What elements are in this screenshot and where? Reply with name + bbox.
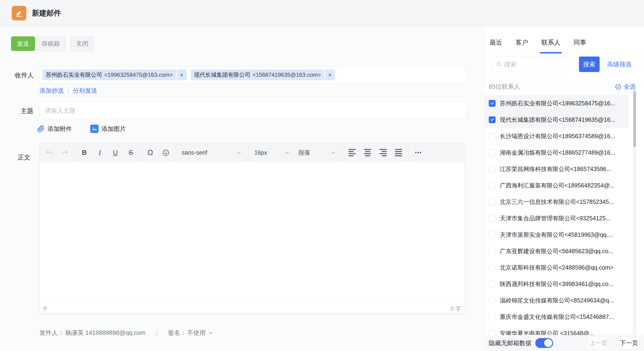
recipients-input[interactable]: 苏州皓石实业有限公司 <19963258475@163.com> × 现代长城集… bbox=[40, 66, 467, 83]
signature-value[interactable]: 不使用 bbox=[187, 329, 206, 337]
contact-checkbox[interactable] bbox=[489, 264, 496, 271]
contact-checkbox[interactable] bbox=[489, 281, 496, 287]
compose-main: 发送 存稿箱 关闭 收件人 苏州皓石实业有限公司 <19963258475@16… bbox=[0, 26, 484, 351]
special-char-button[interactable]: Ω bbox=[142, 146, 158, 160]
contact-checkbox[interactable] bbox=[489, 231, 496, 238]
prev-page-button[interactable]: 上一页 bbox=[587, 337, 610, 349]
contacts-panel: 最近 客户 联系人 同事 搜索 高级筛选 65位联系人 bbox=[484, 26, 644, 351]
signature-label: 签名： bbox=[168, 329, 186, 337]
chip-remove-button[interactable]: × bbox=[325, 69, 335, 80]
contact-label: 北京诺斯科技有限公司<2488596@qq.com> bbox=[500, 264, 614, 272]
save-draft-button[interactable]: 存稿箱 bbox=[36, 36, 66, 51]
contact-row[interactable]: 苏州皓石实业有限公司<19963258475@16... bbox=[484, 95, 628, 111]
font-family-dropdown[interactable]: sans-serif bbox=[178, 146, 246, 160]
subject-input[interactable] bbox=[45, 107, 462, 114]
contact-checkbox[interactable] bbox=[489, 166, 496, 172]
contact-row[interactable]: 广西海利汇服装有限公司<18956482354@... bbox=[484, 177, 628, 194]
contact-checkbox[interactable] bbox=[489, 133, 496, 140]
contact-checkbox[interactable] bbox=[489, 199, 496, 205]
contact-checkbox[interactable] bbox=[489, 297, 496, 304]
search-row: 搜索 高级筛选 bbox=[484, 56, 644, 72]
contact-row[interactable]: 天津市集合品牌管理有限公司<93254125... bbox=[484, 210, 628, 226]
font-group: sans-serif bbox=[176, 144, 248, 162]
paperclip-icon bbox=[37, 125, 44, 133]
contact-checkbox[interactable] bbox=[489, 149, 496, 156]
chevron-down-icon[interactable] bbox=[208, 330, 214, 336]
contact-checkbox[interactable] bbox=[489, 314, 496, 320]
chevron-down-icon bbox=[284, 150, 290, 156]
redo-icon[interactable] bbox=[57, 146, 72, 160]
add-cc-link[interactable]: 添加抄送 bbox=[40, 87, 64, 95]
contact-checkbox[interactable] bbox=[489, 330, 496, 335]
subject-field-box bbox=[40, 102, 467, 119]
paragraph-dropdown[interactable]: 段落 bbox=[294, 146, 340, 160]
strikethrough-button[interactable]: S bbox=[123, 146, 138, 160]
editor-toolbar: B I U S Ω bbox=[40, 144, 465, 162]
send-button[interactable]: 发送 bbox=[11, 36, 35, 51]
contact-row[interactable]: 陕西晟邦科技有限公司<39983461@qq.co... bbox=[484, 276, 628, 292]
contact-row[interactable]: 江苏荣昌网络科技有限公司<1865743596... bbox=[484, 161, 628, 177]
contact-row[interactable]: 长沙瑞恩设计有限公司<18956374589@16... bbox=[484, 128, 628, 144]
align-group bbox=[342, 144, 408, 162]
search-button[interactable]: 搜索 bbox=[579, 56, 600, 72]
subject-label: 主题 bbox=[21, 107, 33, 115]
add-image-button[interactable]: 添加图片 bbox=[90, 125, 126, 133]
hide-empty-toggle[interactable] bbox=[535, 338, 553, 348]
contact-row[interactable]: 广东亚辉建设有限公司<56485623@qq.co... bbox=[484, 243, 628, 259]
contact-checkbox[interactable] bbox=[489, 100, 496, 107]
contact-row[interactable]: 北京诺斯科技有限公司<2488596@qq.com> bbox=[484, 259, 628, 276]
tab-colleagues[interactable]: 同事 bbox=[572, 38, 587, 47]
contact-checkbox[interactable] bbox=[489, 182, 496, 189]
contact-row[interactable]: 温岭锦笙文化传媒有限公司<85249634@q... bbox=[484, 292, 628, 309]
next-page-button[interactable]: 下一页 bbox=[618, 337, 640, 349]
align-right-icon[interactable] bbox=[375, 146, 391, 160]
contact-checkbox[interactable] bbox=[489, 215, 496, 222]
recipients-label: 收件人 bbox=[15, 71, 34, 79]
contact-label: 天津市集合品牌管理有限公司<93254125... bbox=[500, 214, 611, 222]
advanced-filter-link[interactable]: 高级筛选 bbox=[607, 56, 632, 72]
recipient-chip: 苏州皓石实业有限公司 <19963258475@163.com> × bbox=[42, 69, 186, 80]
align-left-icon[interactable] bbox=[344, 146, 360, 160]
underline-button[interactable]: U bbox=[108, 146, 123, 160]
italic-button[interactable]: I bbox=[92, 146, 108, 160]
sender-value: 杨潇英 1419889898@qq.com bbox=[65, 329, 146, 337]
compose-pencil-icon bbox=[12, 6, 26, 20]
close-button[interactable]: 关闭 bbox=[70, 36, 94, 51]
font-size-dropdown[interactable]: 16px bbox=[250, 146, 294, 160]
search-input[interactable] bbox=[504, 61, 568, 68]
search-icon bbox=[496, 61, 502, 67]
undo-icon[interactable] bbox=[42, 146, 57, 160]
contact-row[interactable]: 湖南金属冶炼有限公司<18865277489@16... bbox=[484, 144, 628, 161]
contact-row[interactable]: 重庆市金盛文化传媒有限公司<154246887... bbox=[484, 309, 628, 325]
tab-customers[interactable]: 客户 bbox=[514, 38, 529, 47]
align-center-icon[interactable] bbox=[360, 146, 375, 160]
contact-row[interactable]: 安徽华夏光电有限公司 <315648@... bbox=[484, 325, 628, 335]
contact-row[interactable]: 现代长城集团有限公司<15687419635@16... bbox=[484, 111, 628, 128]
toggle-knob bbox=[544, 339, 552, 347]
add-attachment-button[interactable]: 添加附件 bbox=[37, 125, 72, 133]
window-header: 新建邮件 bbox=[0, 0, 644, 26]
select-all-button[interactable]: 全选 bbox=[615, 83, 636, 91]
editor-body[interactable] bbox=[40, 162, 465, 304]
contact-list: 苏州皓石实业有限公司<19963258475@16... 现代长城集团有限公司<… bbox=[484, 95, 640, 335]
chip-email: <19963258475@163.com> bbox=[104, 71, 173, 78]
contact-checkbox[interactable] bbox=[489, 248, 496, 255]
scrollbar-thumb[interactable] bbox=[633, 91, 636, 147]
bold-button[interactable]: B bbox=[76, 146, 92, 160]
contact-label: 广西海利汇服装有限公司<18956482354@... bbox=[500, 182, 615, 189]
contact-row[interactable]: 北京三六一信息技术有限公司<157852345... bbox=[484, 194, 628, 210]
chip-company-name: 苏州皓石实业有限公司 bbox=[46, 71, 102, 79]
separate-send-link[interactable]: 分别发送 bbox=[73, 87, 97, 95]
scrollbar-track[interactable] bbox=[633, 91, 636, 335]
tab-contacts[interactable]: 联系人 bbox=[540, 38, 561, 47]
contact-checkbox[interactable] bbox=[489, 116, 496, 123]
align-justify-icon[interactable] bbox=[391, 146, 406, 160]
count-row: 65位联系人 全选 bbox=[484, 80, 644, 93]
contact-label: 湖南金属冶炼有限公司<18865277489@16... bbox=[500, 149, 615, 156]
emoji-button[interactable] bbox=[158, 146, 174, 160]
chip-remove-button[interactable]: × bbox=[176, 69, 186, 80]
tab-recent[interactable]: 最近 bbox=[489, 38, 503, 47]
more-tools-button[interactable]: ••• bbox=[410, 146, 432, 160]
contact-row[interactable]: 天津市派斯实业有限公司<45819963@qq.... bbox=[484, 226, 628, 243]
contact-label: 长沙瑞恩设计有限公司<18956374589@16... bbox=[500, 132, 615, 140]
